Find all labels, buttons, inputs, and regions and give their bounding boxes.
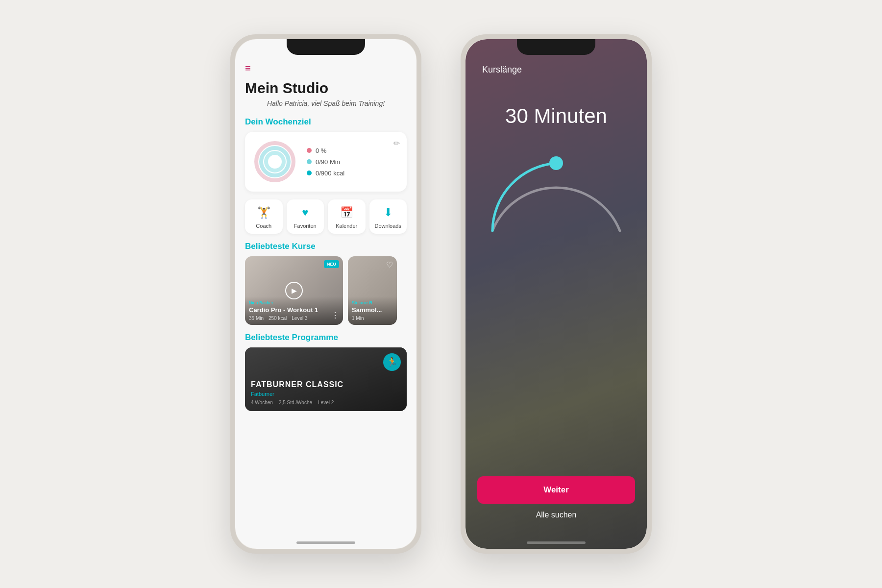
home-indicator-2 <box>527 541 586 544</box>
phone-2: Kurslänge 30 Minuten Weiter Alle suchen <box>461 34 652 554</box>
program-level: Level 2 <box>318 400 334 405</box>
stat-workouts-value: 0 % <box>316 147 326 154</box>
notch-1 <box>287 39 365 55</box>
course-title-2: Sammol... <box>352 306 393 314</box>
action-kalender-label: Kalender <box>336 223 357 229</box>
popular-courses-title: Beliebteste Kurse <box>245 242 407 251</box>
phone2-content: Kurslänge 30 Minuten <box>466 39 647 549</box>
program-info: FATBURNER CLASSIC Fatburner 4 Wochen 2,5… <box>245 374 407 411</box>
stat-dot-minutes <box>307 159 312 164</box>
new-badge: NEU <box>324 260 339 268</box>
course-level-1: Level 3 <box>292 316 307 321</box>
hamburger-icon[interactable]: ≡ <box>245 63 407 74</box>
program-badge-icon: 🏃 <box>383 353 401 371</box>
alle-suchen-button[interactable]: Alle suchen <box>477 511 635 519</box>
course-info-2: Stefanie R. Sammol... 1 Min <box>348 296 397 325</box>
course-info-1: Nina Bacher Cardio Pro - Workout 1 35 Mi… <box>245 296 343 325</box>
duration-display: 30 Minuten <box>505 104 607 128</box>
kurslaenge-title: Kurslänge <box>482 65 522 75</box>
more-dots-1[interactable]: ⋮ <box>331 311 339 320</box>
stat-minutes: 0/90 Min <box>307 158 344 166</box>
program-title: FATBURNER CLASSIC <box>251 380 401 389</box>
activity-rings <box>253 140 297 184</box>
weekly-goal-title: Dein Wochenziel <box>245 117 407 127</box>
greeting-text: Hallo Patricia, viel Spaß beim Training! <box>245 99 407 107</box>
screen-1: ≡ Mein Studio Hallo Patricia, viel Spaß … <box>235 39 416 549</box>
weekly-goal-card: ✏ <box>245 132 407 192</box>
bottom-section: Weiter Alle suchen <box>466 476 647 519</box>
favorite-icon-2[interactable]: ♡ <box>386 260 393 270</box>
program-subtitle: Fatburner <box>251 391 401 397</box>
action-favoriten-label: Favoriten <box>294 223 317 229</box>
coach-icon: 🏋 <box>257 206 270 219</box>
course-duration-2: 1 Min <box>352 316 364 321</box>
svg-point-2 <box>266 153 284 171</box>
stat-kcal: 0/900 kcal <box>307 170 344 177</box>
goal-content: 0 % 0/90 Min 0/900 kcal <box>253 140 399 184</box>
program-card-1[interactable]: 🏃 FATBURNER CLASSIC Fatburner 4 Wochen 2… <box>245 347 407 411</box>
goal-stats: 0 % 0/90 Min 0/900 kcal <box>307 147 344 177</box>
download-icon: ⬇ <box>384 206 392 219</box>
courses-row: NEU ▶ Nina Bacher Cardio Pro - Workout 1… <box>245 256 407 325</box>
heart-icon: ♥ <box>302 206 308 219</box>
phone-1: ≡ Mein Studio Hallo Patricia, viel Spaß … <box>230 34 421 554</box>
screen-2: Kurslänge 30 Minuten Weiter Alle suchen <box>466 39 647 549</box>
action-downloads-label: Downloads <box>375 223 401 229</box>
stat-minutes-value: 0/90 Min <box>316 158 340 166</box>
notch-2 <box>517 39 595 55</box>
action-coach[interactable]: 🏋 Coach <box>245 199 283 234</box>
course-meta-1: 35 Min 250 kcal Level 3 <box>249 316 339 321</box>
course-meta-2: 1 Min <box>352 316 393 321</box>
program-meta: 4 Wochen 2,5 Std./Woche Level 2 <box>251 400 401 405</box>
program-weeks: 4 Wochen <box>251 400 273 405</box>
action-downloads[interactable]: ⬇ Downloads <box>369 199 407 234</box>
program-hours: 2,5 Std./Woche <box>279 400 312 405</box>
weiter-button[interactable]: Weiter <box>477 476 635 504</box>
popular-programs-title: Beliebteste Programme <box>245 333 407 343</box>
stat-kcal-value: 0/900 kcal <box>316 170 344 177</box>
arc-svg <box>478 138 635 245</box>
course-trainer-1: Nina Bacher <box>249 300 339 305</box>
action-coach-label: Coach <box>256 223 271 229</box>
course-card-2[interactable]: ♡ Stefanie R. Sammol... 1 Min <box>348 256 397 325</box>
edit-icon[interactable]: ✏ <box>393 139 400 148</box>
action-kalender[interactable]: 📅 Kalender <box>328 199 366 234</box>
stat-dot-kcal <box>307 171 312 175</box>
quick-actions-grid: 🏋 Coach ♥ Favoriten 📅 Kalender ⬇ Downloa… <box>245 199 407 234</box>
calendar-icon: 📅 <box>340 206 353 219</box>
course-card-1[interactable]: NEU ▶ Nina Bacher Cardio Pro - Workout 1… <box>245 256 343 325</box>
home-indicator-1 <box>296 541 355 544</box>
course-title-1: Cardio Pro - Workout 1 <box>249 306 339 314</box>
course-duration-1: 35 Min <box>249 316 264 321</box>
phone1-content: ≡ Mein Studio Hallo Patricia, viel Spaß … <box>235 39 416 549</box>
course-trainer-2: Stefanie R. <box>352 300 393 305</box>
action-favoriten[interactable]: ♥ Favoriten <box>287 199 324 234</box>
stat-dot-workouts <box>307 148 312 153</box>
arc-slider[interactable] <box>478 138 635 236</box>
course-kcal-1: 250 kcal <box>269 316 287 321</box>
svg-point-3 <box>549 156 563 170</box>
stat-workouts: 0 % <box>307 147 344 154</box>
page-title: Mein Studio <box>245 80 407 97</box>
